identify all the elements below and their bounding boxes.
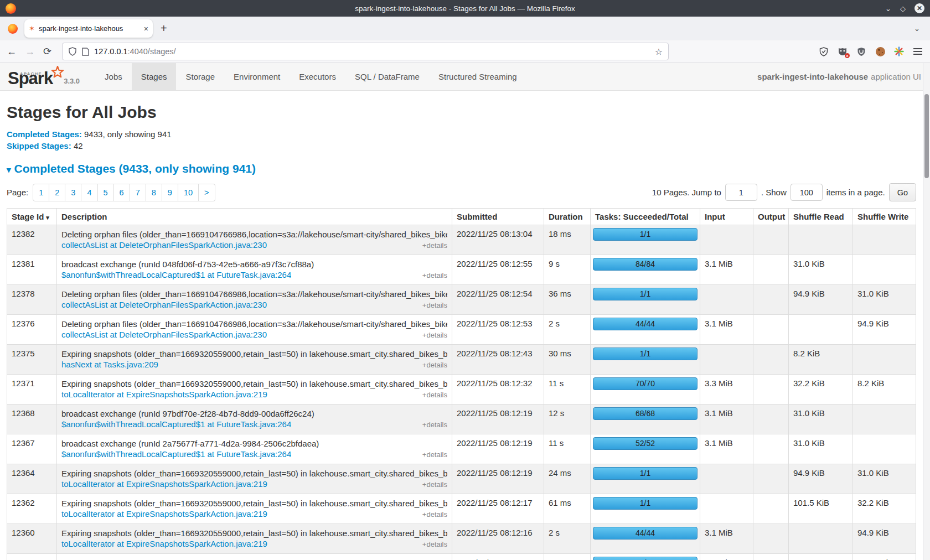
tab-jobs[interactable]: Jobs bbox=[95, 63, 132, 90]
stage-callsite-link[interactable]: hasNext at Tasks.java:209 bbox=[61, 359, 158, 370]
duration-cell: 36 ms bbox=[544, 285, 591, 315]
forward-icon[interactable]: → bbox=[25, 46, 35, 56]
vertical-scrollbar[interactable] bbox=[923, 63, 930, 560]
shield-check-extension-icon[interactable] bbox=[818, 46, 829, 57]
stage-callsite-link[interactable]: $anonfun$withThreadLocalCaptured$1 at Fu… bbox=[61, 269, 291, 280]
column-header-output[interactable]: Output bbox=[753, 209, 789, 225]
input-cell: 3.1 MiB bbox=[700, 524, 753, 554]
stage-callsite-link[interactable]: $anonfun$withThreadLocalCaptured$1 at Fu… bbox=[61, 449, 291, 459]
column-header-input[interactable]: Input bbox=[700, 209, 753, 225]
details-toggle[interactable]: +details bbox=[417, 390, 447, 400]
go-button[interactable]: Go bbox=[889, 183, 916, 201]
stage-callsite-link[interactable]: collectAsList at DeleteOrphanFilesSparkA… bbox=[61, 329, 267, 340]
url-bar[interactable]: 127.0.0.1:4040/stages/ ☆ bbox=[62, 43, 669, 60]
column-header-shuffle-write[interactable]: Shuffle Write bbox=[853, 209, 916, 225]
column-header-shuffle-read[interactable]: Shuffle Read bbox=[789, 209, 853, 225]
stage-callsite-link[interactable]: toLocalIterator at ExpireSnapshotsSparkA… bbox=[61, 479, 267, 489]
page-button-3[interactable]: 3 bbox=[65, 184, 81, 201]
pinwheel-extension-icon[interactable] bbox=[893, 46, 905, 57]
stage-callsite-link[interactable]: collectAsList at DeleteOrphanFilesSparkA… bbox=[61, 299, 267, 310]
submitted-cell: 2022/11/25 08:12:16 bbox=[452, 554, 544, 560]
duration-cell: 61 ms bbox=[544, 494, 591, 524]
stage-id-cell: 12360 bbox=[7, 524, 57, 554]
browser-tab[interactable]: ✶ spark-ingest-into-lakehous × bbox=[24, 19, 153, 38]
tasks-cell: 52/52 bbox=[591, 434, 700, 464]
shuffle-read-cell bbox=[789, 524, 853, 554]
details-toggle[interactable]: +details bbox=[417, 449, 447, 460]
tab-close-icon[interactable]: × bbox=[144, 25, 148, 33]
column-header-description[interactable]: Description bbox=[57, 209, 452, 225]
mask-extension-icon[interactable]: x bbox=[837, 46, 848, 57]
cookie-extension-icon[interactable] bbox=[875, 46, 886, 57]
input-cell: 3.1 MiB bbox=[700, 315, 753, 345]
page-button->[interactable]: > bbox=[199, 184, 215, 201]
page-button-9[interactable]: 9 bbox=[162, 184, 178, 201]
column-header-stage-id[interactable]: Stage Id▾ bbox=[7, 209, 57, 225]
page-button-5[interactable]: 5 bbox=[98, 184, 114, 201]
skipped-stages-link[interactable]: Skipped Stages: bbox=[7, 141, 71, 151]
tab-executors[interactable]: Executors bbox=[290, 63, 345, 90]
stage-id-cell: 12381 bbox=[7, 255, 57, 285]
scrollbar-thumb[interactable] bbox=[924, 94, 929, 178]
spark-logo[interactable]: APACHE Spark 3.3.0 bbox=[0, 63, 85, 90]
minimize-icon[interactable]: ⌄ bbox=[885, 5, 891, 12]
page-buttons: 12345678910> bbox=[33, 184, 215, 201]
pages-summary: 10 Pages. Jump to bbox=[652, 188, 721, 197]
column-header-duration[interactable]: Duration bbox=[544, 209, 591, 225]
details-toggle[interactable]: +details bbox=[417, 300, 447, 310]
column-header-submitted[interactable]: Submitted bbox=[452, 209, 544, 225]
page-button-6[interactable]: 6 bbox=[114, 184, 130, 201]
stage-id-cell: 12371 bbox=[7, 375, 57, 405]
page-info-icon[interactable] bbox=[82, 48, 89, 56]
details-toggle[interactable]: +details bbox=[417, 419, 447, 430]
close-icon[interactable]: ✕ bbox=[914, 3, 924, 13]
details-toggle[interactable]: +details bbox=[417, 330, 447, 340]
completed-stages-section-toggle[interactable]: ▾Completed Stages (9433, only showing 94… bbox=[7, 162, 916, 177]
tasks-progress-bar: 70/70 bbox=[593, 377, 698, 390]
page-button-2[interactable]: 2 bbox=[49, 184, 65, 201]
page-button-1[interactable]: 1 bbox=[33, 184, 49, 201]
tab-stages[interactable]: Stages bbox=[132, 63, 177, 90]
page-button-7[interactable]: 7 bbox=[130, 184, 146, 201]
apache-label: APACHE bbox=[20, 71, 42, 76]
application-ui-label: spark-ingest-into-lakehouse application … bbox=[757, 63, 930, 90]
stage-description-subline: collectAsList at DeleteOrphanFilesSparkA… bbox=[61, 299, 447, 310]
shuffle-write-cell bbox=[853, 345, 916, 375]
list-all-tabs-icon[interactable]: ⌄ bbox=[914, 24, 920, 33]
details-toggle[interactable]: +details bbox=[417, 509, 447, 520]
stage-callsite-link[interactable]: toLocalIterator at ExpireSnapshotsSparkA… bbox=[61, 389, 267, 400]
page-button-8[interactable]: 8 bbox=[146, 184, 162, 201]
reload-icon[interactable]: ⟳ bbox=[43, 46, 51, 56]
stage-callsite-link[interactable]: toLocalIterator at ExpireSnapshotsSparkA… bbox=[61, 538, 267, 549]
page-button-4[interactable]: 4 bbox=[81, 184, 97, 201]
completed-stages-link[interactable]: Completed Stages: bbox=[7, 129, 82, 139]
details-toggle[interactable]: +details bbox=[417, 539, 447, 549]
tab-sql-dataframe[interactable]: SQL / DataFrame bbox=[345, 63, 429, 90]
shuffle-read-cell: 94.9 KiB bbox=[789, 464, 853, 494]
stage-description-text: Expiring snapshots (older_than=166932055… bbox=[61, 378, 447, 389]
items-per-page-input[interactable] bbox=[790, 184, 823, 201]
firefox-small-icon[interactable] bbox=[8, 24, 18, 34]
tab-structured-streaming[interactable]: Structured Streaming bbox=[429, 63, 526, 90]
jump-to-input[interactable] bbox=[725, 184, 757, 201]
details-toggle[interactable]: +details bbox=[417, 240, 447, 251]
tab-environment[interactable]: Environment bbox=[224, 63, 290, 90]
details-toggle[interactable]: +details bbox=[417, 479, 447, 490]
back-icon[interactable]: ← bbox=[7, 46, 17, 56]
details-toggle[interactable]: +details bbox=[417, 270, 447, 281]
stage-callsite-link[interactable]: $anonfun$withThreadLocalCaptured$1 at Fu… bbox=[61, 419, 291, 429]
tasks-progress-bar: 44/44 bbox=[593, 318, 698, 330]
bookmark-star-icon[interactable]: ☆ bbox=[655, 46, 663, 57]
maximize-icon[interactable]: ◇ bbox=[900, 5, 906, 12]
column-header-tasks-succeeded-total[interactable]: Tasks: Succeeded/Total bbox=[591, 209, 700, 225]
new-tab-button[interactable]: + bbox=[161, 22, 167, 35]
tab-storage[interactable]: Storage bbox=[176, 63, 224, 90]
spark-favicon: ✶ bbox=[29, 25, 35, 32]
shield-permissions-icon[interactable] bbox=[68, 47, 77, 56]
page-button-10[interactable]: 10 bbox=[178, 184, 199, 201]
menu-icon[interactable] bbox=[912, 46, 923, 57]
stage-callsite-link[interactable]: toLocalIterator at ExpireSnapshotsSparkA… bbox=[61, 509, 267, 519]
stage-callsite-link[interactable]: collectAsList at DeleteOrphanFilesSparkA… bbox=[61, 240, 267, 250]
ublock-origin-icon[interactable] bbox=[856, 46, 867, 57]
details-toggle[interactable]: +details bbox=[417, 360, 447, 370]
